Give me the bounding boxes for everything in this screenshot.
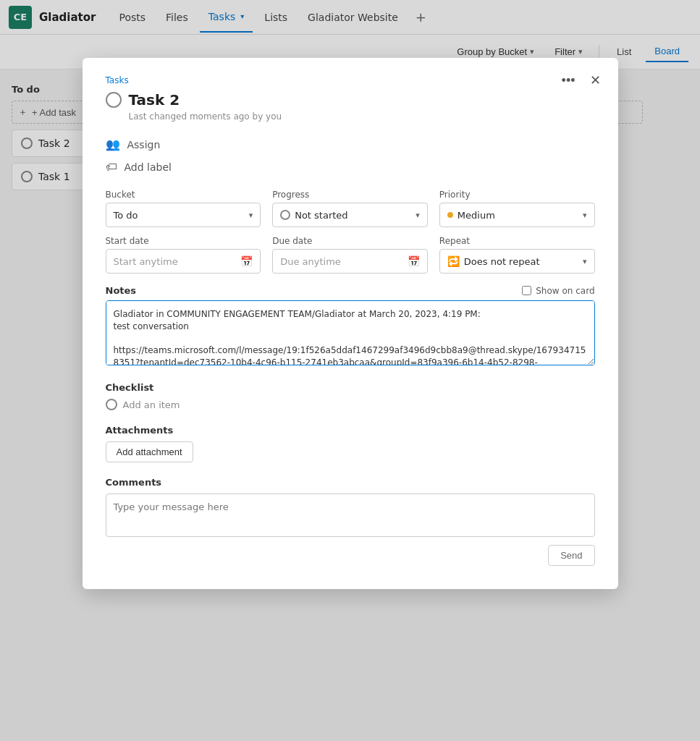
notes-section: Notes Show on card Gladiator in COMMUNIT… [106,285,595,368]
bucket-field-label: Bucket [106,190,261,200]
repeat-field-group: Repeat 🔁 Does not repeat ▾ [439,236,595,274]
progress-field: Progress Not started ▾ [272,190,428,227]
repeat-chevron-icon: ▾ [583,257,587,266]
progress-field-label: Progress [272,190,428,200]
modal-overlay: ••• ✕ Tasks Task 2 Last changed moments … [0,0,700,741]
repeat-select-value: 🔁 Does not repeat [447,255,540,267]
task-meta: Last changed moments ago by you [129,111,595,122]
priority-chevron-icon: ▾ [583,211,587,220]
send-button[interactable]: Send [548,545,594,566]
due-date-label: Due date [272,236,428,246]
attachments-section: Attachments Add attachment [106,425,595,462]
comments-input[interactable] [106,494,595,537]
repeat-select[interactable]: 🔁 Does not repeat ▾ [439,249,595,274]
checklist-add-item[interactable]: Add an item [106,399,595,410]
task-title-circle-icon[interactable] [106,92,122,108]
breadcrumb[interactable]: Tasks [106,75,595,85]
comments-footer: Send [106,545,595,566]
checklist-label: Checklist [106,382,595,393]
repeat-label: Repeat [439,236,595,246]
task-title[interactable]: Task 2 [129,91,180,109]
start-date-field: Start date Start anytime 📅 [106,236,261,274]
start-date-label: Start date [106,236,261,246]
show-on-card-checkbox[interactable] [522,286,531,295]
comments-label: Comments [106,477,595,488]
add-item-label: Add an item [123,399,180,410]
task-detail-modal: ••• ✕ Tasks Task 2 Last changed moments … [83,58,618,589]
calendar-start-icon: 📅 [240,255,253,267]
progress-select[interactable]: Not started ▾ [272,203,428,227]
more-options-button[interactable]: ••• [556,70,581,91]
assign-icon: 👥 [106,137,120,151]
repeat-icon: 🔁 [447,255,460,267]
priority-select-value: Medium [447,210,495,221]
checklist-circle-icon [106,399,117,410]
calendar-due-icon: 📅 [408,255,420,267]
priority-dot-icon [447,212,453,218]
progress-circle-icon [280,210,290,220]
due-date-placeholder: Due anytime [280,256,341,267]
fields-grid: Bucket To do ▾ Progress Not started ▾ [106,190,595,274]
start-date-input[interactable]: Start anytime 📅 [106,249,261,274]
assign-label: Assign [127,139,161,151]
notes-header: Notes Show on card [106,285,595,296]
modal-actions: ••• ✕ [556,69,607,91]
bucket-select[interactable]: To do ▾ [106,203,261,227]
bucket-select-value: To do [114,210,138,221]
priority-field: Priority Medium ▾ [439,190,595,227]
attachments-label: Attachments [106,425,595,436]
comments-section: Comments Send [106,477,595,566]
add-label-label: Add label [125,161,172,173]
priority-select[interactable]: Medium ▾ [439,203,595,227]
notes-label: Notes [106,285,137,296]
add-label-row[interactable]: 🏷 Add label [106,156,595,178]
add-attachment-button[interactable]: Add attachment [106,441,193,462]
notes-textarea[interactable]: Gladiator in COMMUNITY ENGAGEMENT TEAM/G… [106,300,595,365]
start-date-placeholder: Start anytime [114,256,178,267]
add-label-icon: 🏷 [106,160,117,174]
progress-select-value: Not started [280,210,347,221]
checklist-section: Checklist Add an item [106,382,595,410]
show-on-card-label[interactable]: Show on card [522,286,594,296]
bucket-chevron-icon: ▾ [249,211,253,220]
close-modal-button[interactable]: ✕ [584,69,607,91]
progress-chevron-icon: ▾ [416,211,420,220]
assign-row[interactable]: 👥 Assign [106,133,595,156]
bucket-field: Bucket To do ▾ [106,190,261,227]
due-date-input[interactable]: Due anytime 📅 [272,249,428,274]
due-date-field: Due date Due anytime 📅 [272,236,428,274]
task-title-row: Task 2 [106,91,595,109]
priority-field-label: Priority [439,190,595,200]
